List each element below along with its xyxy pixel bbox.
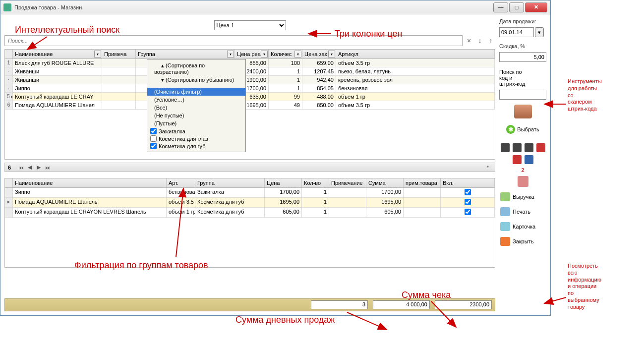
annotation-day-total: Сумма дневных продаж	[235, 315, 335, 325]
date-picker-icon[interactable]: ▾	[535, 27, 544, 37]
tool-last-icon[interactable]	[525, 143, 533, 152]
all-item[interactable]: (Все)	[147, 104, 245, 112]
col2-group: Группа	[197, 180, 215, 186]
close-app-button[interactable]: Закрыть	[499, 235, 546, 247]
print-button[interactable]: Печать	[499, 206, 546, 218]
lifebuoy-icon	[500, 237, 510, 246]
tool-up-icon[interactable]	[536, 143, 545, 152]
barcode-label3: штрих-код	[499, 81, 546, 87]
nav-next-icon[interactable]: ▶	[35, 164, 43, 171]
discount-input[interactable]	[499, 52, 546, 62]
grid1-count: 6	[8, 165, 11, 171]
sort-asc-item[interactable]: ▴ (Сортировка по возрастанию)	[147, 61, 245, 76]
annotation-scanner: Инструментыдля работысосканеромштрих-код…	[568, 78, 602, 113]
tool-minus-icon[interactable]	[513, 143, 522, 152]
nav-last-icon[interactable]: ⏭	[44, 165, 52, 171]
search-down-icon[interactable]: ↓	[475, 36, 484, 45]
row-enabled-checkbox[interactable]	[465, 189, 471, 195]
totals-bar: 3 4 000,00 2300,00	[4, 298, 495, 311]
clear-filter-item[interactable]: (Очистить фильтр)	[147, 88, 245, 96]
tool-first-icon[interactable]	[501, 143, 510, 152]
search-input[interactable]	[4, 35, 463, 46]
sort-desc-item[interactable]: ▾ (Сортировка по убыванию)	[147, 76, 245, 84]
toolbox-icon[interactable]	[514, 105, 532, 118]
table-row[interactable]: · Зиппо 1700,00 1 854,05 бензиновая	[5, 84, 495, 93]
filter-check-item[interactable]: Зажигалка	[147, 127, 245, 135]
barcode-label2: код и	[499, 75, 546, 81]
card-button[interactable]: Карточка	[499, 221, 546, 232]
col-note: Примеча	[104, 51, 126, 57]
tool-delete-icon[interactable]	[518, 176, 528, 187]
revenue-button[interactable]: Выручка	[499, 191, 546, 203]
table-row[interactable]: · Живанши 1900,00 1 942,40 кремень, розо…	[5, 76, 495, 84]
col2-pt: прим.товара	[406, 180, 437, 186]
nav-prev-icon[interactable]: ◀	[26, 164, 34, 171]
date-input[interactable]	[499, 27, 534, 37]
discount-label: Скидка, %	[499, 43, 546, 49]
print-icon	[500, 207, 510, 216]
cart-row[interactable]: ▸ Помада AQUALUMIERE Шанель объем 3.5 Ко…	[5, 198, 495, 208]
col-name-filter-icon[interactable]: ▾	[94, 51, 101, 58]
col2-sum: Сумма	[368, 180, 386, 186]
cart-row[interactable]: Зиппо бензинова Зажигалка 1700,00 1 1700…	[5, 188, 495, 198]
titlebar: Продажа товара - Магазин — □ ✕	[0, 0, 550, 14]
col-qty: Количес	[271, 51, 292, 57]
table-row[interactable]: 5 ▸ Контурный карандаш LE CRAY 635,00 99…	[5, 93, 495, 101]
price-column-select[interactable]: Цена 1	[214, 20, 286, 30]
tool-grid-icon[interactable]	[525, 155, 533, 164]
col-cost: Цена зак	[304, 51, 327, 57]
col2-art: Арт.	[169, 180, 178, 186]
nav-mark-icon[interactable]: *	[484, 165, 492, 171]
cart-grid: Наименование Арт. Группа Цена Кол-во При…	[4, 178, 495, 268]
revenue-icon	[500, 192, 510, 201]
group-filter-popup: ▴ (Сортировка по возрастанию) ▾ (Сортиро…	[147, 59, 246, 152]
window-title: Продажа товара - Магазин	[14, 4, 493, 10]
date-label: Дата продажи:	[499, 18, 546, 24]
side-panel: Дата продажи: ▾ Скидка, % Поиск по код и…	[499, 18, 546, 311]
clear-search-icon[interactable]: ×	[465, 36, 473, 45]
plus-circle-icon: ✱	[506, 125, 515, 134]
col2-qty: Кол-во	[304, 180, 321, 186]
card-icon	[500, 222, 510, 231]
total-count: 3	[311, 300, 368, 309]
select-button[interactable]: ✱ Выбрать	[499, 123, 546, 135]
row-enabled-checkbox[interactable]	[465, 199, 471, 205]
col2-on: Вкл.	[443, 180, 454, 186]
table-row[interactable]: · Живанши 2400,00 1 1207,45 пьезо, белая…	[5, 67, 495, 76]
minimize-button[interactable]: —	[493, 2, 508, 12]
col2-note: Примечание	[331, 180, 363, 186]
table-row[interactable]: 1 Блеск для губ ROUGE ALLURE 855,00 100 …	[5, 59, 495, 67]
tool-down-icon[interactable]	[513, 155, 522, 164]
col-price-filter-icon[interactable]: ▾	[261, 51, 268, 58]
counter-badge: 2	[499, 167, 546, 173]
col-group-filter-icon[interactable]: ▾	[227, 51, 234, 58]
app-icon	[3, 3, 11, 11]
row-enabled-checkbox[interactable]	[465, 209, 471, 215]
close-button[interactable]: ✕	[525, 2, 547, 12]
cart-row[interactable]: Контурный карандаш LE CRAYON LEVRES Шане…	[5, 208, 495, 218]
filter-check-item[interactable]: Косметика для губ	[147, 142, 245, 150]
col-name: Наименование	[15, 51, 53, 57]
barcode-input[interactable]	[499, 90, 546, 100]
products-grid: Наименование▾ Примеча Группа▾ Цена реа▾ …	[4, 49, 495, 160]
filter-check-item[interactable]: Косметика для глаз	[147, 135, 245, 142]
app-window: Продажа товара - Магазин — □ ✕ Цена 1 × …	[0, 0, 551, 316]
empty-item[interactable]: (Пустые)	[147, 119, 245, 127]
maximize-button[interactable]: □	[509, 2, 524, 12]
condition-item[interactable]: (Условие…)	[147, 96, 245, 104]
annotation-card-info: Посмотретьвсюинформациюи операцииповыбра…	[568, 263, 601, 310]
col-group: Группа	[138, 51, 155, 57]
col-qty-filter-icon[interactable]: ▾	[294, 51, 301, 58]
col2-price: Цена	[267, 180, 280, 186]
col-article: Артикул	[338, 51, 358, 57]
nav-first-icon[interactable]: ⏮	[17, 165, 25, 171]
search-up-icon[interactable]: ↑	[486, 36, 495, 45]
table-row[interactable]: 6 Помада AQUALUMIERE Шанел 1695,00 49 85…	[5, 101, 495, 110]
col-price: Цена реа	[237, 51, 261, 57]
nonempty-item[interactable]: (Не пустые)	[147, 112, 245, 119]
total-check: 2300,00	[435, 300, 492, 309]
barcode-label: Поиск по	[499, 69, 546, 75]
col2-name: Наименование	[15, 180, 53, 186]
total-day-sales: 4 000,00	[373, 300, 430, 309]
col-cost-filter-icon[interactable]: ▾	[328, 51, 335, 58]
